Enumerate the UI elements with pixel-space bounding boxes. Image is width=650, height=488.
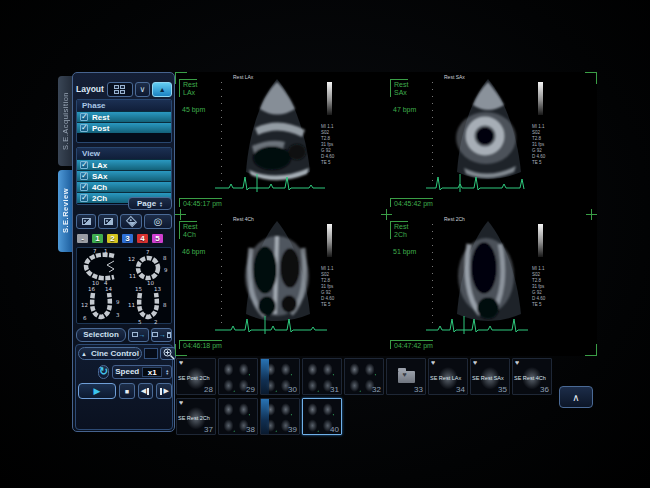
thumbnail-label: SE Rest 2Ch xyxy=(178,415,210,421)
page-row: Page ▲▼ xyxy=(76,197,172,211)
svg-text:15: 15 xyxy=(135,286,142,292)
svg-text:16: 16 xyxy=(88,286,95,292)
view-item-sax[interactable]: SAx xyxy=(77,170,171,181)
view-item-lax[interactable]: LAx xyxy=(77,159,171,170)
panel-body: Layout ∨ ▲ Phase Rest Post View xyxy=(72,72,175,432)
thumbnail-number: 32 xyxy=(372,385,381,394)
ecg-trace xyxy=(424,172,542,198)
thumbnail-36[interactable]: ♥ SE Rest 4Ch 36 xyxy=(512,358,552,395)
magnifier-plus-icon xyxy=(162,347,175,360)
layout-label: Layout xyxy=(76,84,104,94)
side-tab-strip: S.E.Acquisition S.E.Review xyxy=(58,74,72,430)
select-tool-button[interactable] xyxy=(120,214,142,229)
image-icon xyxy=(82,218,91,225)
view-item-4ch[interactable]: 4Ch xyxy=(77,181,171,192)
segment-diagrams[interactable]: 71 104 78 910 1112 1614 129 36 15 xyxy=(76,247,172,324)
cine-control-collapse-button[interactable]: ▲ Cine Control xyxy=(78,347,142,360)
thumbnail-number: 28 xyxy=(204,385,213,394)
score-button-none[interactable]: - xyxy=(76,233,89,244)
score-button-1[interactable]: 1 xyxy=(91,233,104,244)
svg-text:5: 5 xyxy=(138,319,142,324)
speed-row: ↻ Speed x1 ▲▼ xyxy=(78,364,172,379)
play-button[interactable]: ▶ xyxy=(78,383,116,399)
layout-apply-button[interactable]: ▲ xyxy=(152,82,172,97)
thumbnail-39[interactable]: 39 xyxy=(260,398,300,435)
stop-button[interactable]: ■ xyxy=(119,383,135,399)
loop-icon: ↻ xyxy=(99,365,108,378)
speed-spinner-icon[interactable]: ▲▼ xyxy=(165,369,169,375)
page-button[interactable]: Page ▲▼ xyxy=(128,197,172,210)
thumbnail-31[interactable]: 31 xyxy=(302,358,342,395)
layout-dropdown-button[interactable]: ∨ xyxy=(135,82,151,97)
checkbox-checked-icon[interactable] xyxy=(80,161,88,169)
score-button-2[interactable]: 2 xyxy=(106,233,119,244)
thumbnail-label: SE Post 2Ch xyxy=(178,375,210,381)
svg-text:12: 12 xyxy=(81,302,88,308)
svg-text:11: 11 xyxy=(129,273,136,279)
quadrant-rest-sax[interactable]: Rest SAx RestSAx 47 bpm MI 1.1S02T2.8 3 xyxy=(386,72,597,214)
phase-item-post[interactable]: Post xyxy=(77,122,171,133)
speed-value[interactable]: x1 xyxy=(142,367,162,377)
loop-playback-button[interactable]: ↻ xyxy=(98,365,109,379)
grid-2x2-icon xyxy=(114,85,125,94)
checkbox-checked-icon[interactable] xyxy=(80,124,88,132)
score-button-4[interactable]: 4 xyxy=(136,233,149,244)
heart-icon: ♥ xyxy=(179,359,183,366)
zoom-in-button[interactable] xyxy=(160,347,176,360)
thumbnail-29[interactable]: 29 xyxy=(218,358,258,395)
thumbnail-28[interactable]: ♥ SE Post 2Ch 28 xyxy=(176,358,216,395)
compare-image-button[interactable] xyxy=(76,214,96,229)
svg-text:8: 8 xyxy=(163,302,167,308)
quadrant-rest-4ch[interactable]: Rest 4Ch Rest4Ch 46 bpm xyxy=(175,214,386,356)
target-button[interactable]: ◎ xyxy=(144,214,172,229)
score-button-5[interactable]: 5 xyxy=(151,233,164,244)
thumbnail-label: SE Rest LAx xyxy=(430,375,461,381)
selection-button[interactable]: Selection xyxy=(76,328,126,342)
hand-select-icon xyxy=(125,216,136,227)
quadrant-rest-2ch[interactable]: Rest 2Ch Rest2Ch 51 bpm MI 1.1S02T2.8 3 xyxy=(386,214,597,356)
lax-segment-diagram: 71 104 xyxy=(78,248,124,286)
thumbnail-38[interactable]: 38 xyxy=(218,398,258,435)
folder-icon xyxy=(398,371,415,383)
spinner-icon[interactable]: ▲▼ xyxy=(159,201,163,207)
thumbnail-40-selected[interactable]: 40 xyxy=(302,398,342,435)
checkbox-checked-icon[interactable] xyxy=(80,183,88,191)
bullseye-icon: ◎ xyxy=(154,216,163,227)
send-image-button[interactable]: → xyxy=(128,328,149,342)
control-panel: S.E.Acquisition S.E.Review Layout ∨ ▲ Ph… xyxy=(58,72,175,432)
thumbnail-number: 29 xyxy=(246,385,255,394)
thumbnail-37[interactable]: ♥ SE Rest 2Ch 37 xyxy=(176,398,216,435)
score-button-3[interactable]: 3 xyxy=(121,233,134,244)
phase-view-annotation: RestSAx xyxy=(390,79,408,97)
grayscale-bar xyxy=(327,82,332,115)
phase-item-rest[interactable]: Rest xyxy=(77,111,171,122)
thumbnail-number: 30 xyxy=(288,385,297,394)
layout-grid-button[interactable] xyxy=(107,82,133,97)
triangle-up-icon: ▲ xyxy=(159,86,166,93)
thumbnail-30[interactable]: 30 xyxy=(260,358,300,395)
tab-se-review[interactable]: S.E.Review xyxy=(58,170,72,252)
thumbnail-label: SE Rest SAx xyxy=(472,375,504,381)
quadrant-rest-lax[interactable]: Rest LAx RestLAx 45 bpm MI 1.1S02T2. xyxy=(175,72,386,214)
svg-text:7: 7 xyxy=(146,249,150,255)
heart-rate: 45 bpm xyxy=(182,106,205,113)
reference-image-button[interactable] xyxy=(98,214,118,229)
speed-control: Speed x1 ▲▼ xyxy=(112,365,172,379)
acquisition-timestamp: 04:46:18 pm xyxy=(179,340,222,349)
checkbox-checked-icon[interactable] xyxy=(80,113,88,121)
send-delete-image-button[interactable]: → xyxy=(151,328,172,342)
acquisition-timestamp: 04:45:17 pm xyxy=(179,198,222,207)
step-forward-button[interactable]: ▶ xyxy=(156,383,172,399)
step-forward-icon: ▶ xyxy=(163,387,168,395)
tab-se-acquisition[interactable]: S.E.Acquisition xyxy=(58,76,72,166)
thumbnail-35[interactable]: ♥ SE Rest SAx 35 xyxy=(470,358,510,395)
thumbnail-32[interactable]: 32 xyxy=(344,358,384,395)
checkbox-checked-icon[interactable] xyxy=(80,172,88,180)
trash-icon xyxy=(167,332,171,338)
thumbnail-33-folder[interactable]: 33 xyxy=(386,358,426,395)
ecg-trace xyxy=(213,172,331,198)
thumbnail-label: SE Rest 4Ch xyxy=(514,375,546,381)
thumbnail-34[interactable]: ♥ SE Rest LAx 34 xyxy=(428,358,468,395)
step-back-button[interactable]: ◀ xyxy=(138,383,154,399)
thumbnail-strip-collapse-button[interactable]: ∧ xyxy=(559,386,593,408)
